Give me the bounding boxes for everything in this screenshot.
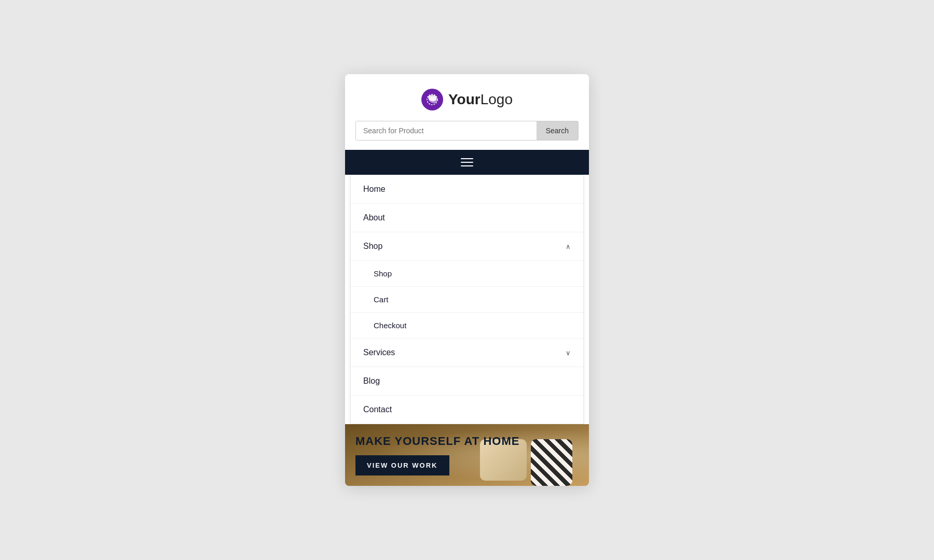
menu-item-shop[interactable]: Shop ∧ bbox=[351, 232, 583, 261]
hero-section: MAKE YOURSELF AT HOME VIEW OUR WORK bbox=[345, 424, 589, 486]
hamburger-line-3 bbox=[461, 165, 473, 166]
logo-icon bbox=[421, 89, 443, 110]
submenu-item-shop[interactable]: Shop bbox=[351, 261, 583, 287]
chevron-up-icon: ∧ bbox=[566, 243, 571, 250]
menu-item-about-label: About bbox=[363, 213, 385, 222]
logo-area: YourLogo bbox=[421, 89, 513, 110]
submenu-cart-label: Cart bbox=[374, 295, 388, 304]
search-bar: Search bbox=[355, 121, 579, 141]
search-input[interactable] bbox=[356, 121, 537, 140]
dropdown-menu: Home About Shop ∧ Shop Cart Checkout Ser… bbox=[350, 175, 584, 424]
hero-text: MAKE YOURSELF AT HOME VIEW OUR WORK bbox=[355, 435, 579, 475]
menu-item-contact-label: Contact bbox=[363, 405, 392, 414]
menu-item-services[interactable]: Services ∨ bbox=[351, 339, 583, 367]
hero-title: MAKE YOURSELF AT HOME bbox=[355, 435, 579, 448]
menu-item-home-label: Home bbox=[363, 185, 386, 194]
search-button[interactable]: Search bbox=[537, 121, 578, 140]
menu-item-services-label: Services bbox=[363, 348, 395, 357]
hamburger-line-1 bbox=[461, 158, 473, 159]
navbar bbox=[345, 150, 589, 175]
view-work-button[interactable]: VIEW OUR WORK bbox=[355, 455, 449, 475]
menu-item-blog[interactable]: Blog bbox=[351, 367, 583, 396]
phone-frame: YourLogo Search Home About Shop ∧ Shop bbox=[345, 74, 589, 486]
submenu-shop-label: Shop bbox=[374, 269, 392, 278]
chevron-down-icon: ∨ bbox=[566, 349, 571, 357]
submenu-item-cart[interactable]: Cart bbox=[351, 287, 583, 313]
submenu-checkout-label: Checkout bbox=[374, 321, 406, 330]
logo-text: YourLogo bbox=[448, 91, 513, 108]
menu-item-contact[interactable]: Contact bbox=[351, 396, 583, 424]
hamburger-line-2 bbox=[461, 162, 473, 163]
header: YourLogo Search bbox=[345, 74, 589, 150]
menu-item-about[interactable]: About bbox=[351, 204, 583, 232]
menu-item-shop-label: Shop bbox=[363, 242, 382, 251]
hamburger-menu-button[interactable] bbox=[461, 158, 473, 166]
submenu-item-checkout[interactable]: Checkout bbox=[351, 313, 583, 339]
menu-item-home[interactable]: Home bbox=[351, 175, 583, 204]
menu-item-blog-label: Blog bbox=[363, 376, 380, 386]
